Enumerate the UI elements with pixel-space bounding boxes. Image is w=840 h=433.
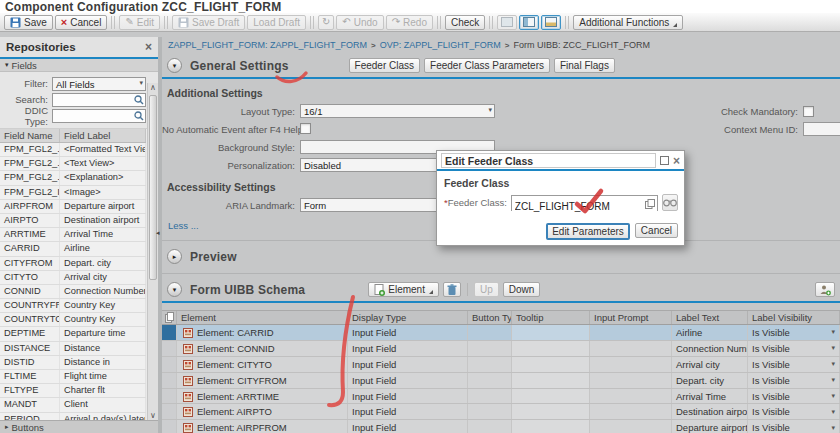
label-visibility-cell[interactable]: Is Visible ▾ [748, 357, 840, 372]
display-type-cell[interactable]: Input Field [348, 341, 468, 356]
repository-field-row[interactable]: DISTID Distance in [0, 356, 146, 370]
label-visibility-cell[interactable]: Is Visible ▾ [748, 404, 840, 419]
additional-functions-button[interactable]: Additional Functions [573, 15, 683, 30]
repository-field-row[interactable]: AIRPFROM Departure airport [0, 200, 146, 214]
close-icon[interactable]: × [145, 40, 152, 54]
schema-row[interactable]: Element: AIRPTO Input Field Destination … [162, 404, 840, 420]
row-selector-cell[interactable] [162, 357, 177, 372]
schema-row[interactable]: Element: AIRPFROM Input Field Departure … [162, 420, 840, 433]
column-header[interactable]: Label Visibility [748, 311, 840, 324]
element-cell[interactable]: Element: AIRPTO [177, 404, 348, 419]
repository-field-row[interactable]: FPM_FGL2_... <Formatted Text View> [0, 143, 146, 157]
move-down-button[interactable]: Down [503, 282, 541, 297]
element-cell[interactable]: Element: CARRID [177, 325, 348, 340]
fields-section-bar[interactable]: ▾ Fields [0, 59, 158, 72]
edit-button[interactable]: ✎ Edit [119, 15, 160, 30]
label-text-cell[interactable]: Airline [672, 325, 748, 340]
scroll-up-icon[interactable]: ∧ [148, 83, 158, 92]
display-type-cell[interactable]: Input Field [348, 357, 468, 372]
tooltip-cell[interactable] [512, 341, 590, 356]
delete-element-button[interactable] [443, 282, 461, 297]
feeder-class-button[interactable]: Feeder Class [349, 58, 420, 73]
dialog-cancel-button[interactable]: Cancel [635, 223, 678, 238]
display-type-cell[interactable]: Input Field [348, 373, 468, 388]
tooltip-cell[interactable] [512, 420, 590, 433]
context-menu-id-select[interactable]: ▾ [803, 122, 840, 136]
column-header[interactable]: Label Text [672, 311, 748, 324]
repository-field-row[interactable]: COUNTRYFR Country Key [0, 299, 146, 313]
button-type-cell[interactable] [468, 404, 512, 419]
save-button[interactable]: Save [4, 15, 53, 30]
label-text-cell[interactable]: Depart. city [672, 373, 748, 388]
scrollbar-thumb[interactable] [149, 95, 157, 280]
no-auto-event-checkbox[interactable] [300, 123, 311, 134]
repository-field-row[interactable]: COUNTRYTO Country Key [0, 313, 146, 327]
button-type-cell[interactable] [468, 325, 512, 340]
maximize-icon[interactable] [660, 156, 669, 165]
button-type-cell[interactable] [468, 357, 512, 372]
display-type-cell[interactable]: Input Field [348, 325, 468, 340]
input-prompt-cell[interactable] [590, 404, 672, 419]
tooltip-cell[interactable] [512, 404, 590, 419]
final-flags-button[interactable]: Final Flags [554, 58, 615, 73]
repository-field-row[interactable]: FPM_FGL2_I... <Image> [0, 186, 146, 200]
button-type-cell[interactable] [468, 341, 512, 356]
button-type-cell[interactable] [468, 373, 512, 388]
display-type-cell[interactable]: Input Field [348, 404, 468, 419]
toggle-left-panel-button[interactable] [519, 15, 539, 30]
repository-field-row[interactable]: CITYTO Arrival city [0, 271, 146, 285]
buttons-section-bar[interactable]: ▸ Buttons [0, 420, 158, 433]
refresh-button[interactable]: ↻ [318, 15, 334, 30]
hierarchy-icon-header[interactable] [162, 311, 177, 324]
label-visibility-cell[interactable]: Is Visible ▾ [748, 420, 840, 433]
element-cell[interactable]: Element: AIRPFROM [177, 420, 348, 433]
breadcrumb-link-2[interactable]: OVP: ZAPPL_FLIGHT_FORM [380, 40, 501, 50]
label-text-cell[interactable]: Connection Number [672, 341, 748, 356]
repository-field-row[interactable]: FPM_FGL2_... <Text View> [0, 157, 146, 171]
repository-field-row[interactable]: AIRPTO Destination airport [0, 214, 146, 228]
move-up-button[interactable]: Up [474, 282, 499, 297]
repository-field-row[interactable]: FLTIME Flight time [0, 370, 146, 384]
element-cell[interactable]: Element: CITYFROM [177, 373, 348, 388]
repository-field-row[interactable]: DEPTIME Departure time [0, 327, 146, 341]
label-visibility-cell[interactable]: Is Visible ▾ [748, 341, 840, 356]
redo-button[interactable]: ↷ Redo [386, 15, 433, 30]
collapse-section-button[interactable]: ▾ [167, 58, 182, 73]
input-prompt-cell[interactable] [590, 373, 672, 388]
label-visibility-cell[interactable]: Is Visible ▾ [748, 373, 840, 388]
row-selector-cell[interactable] [162, 404, 177, 419]
label-text-cell[interactable]: Arrival city [672, 357, 748, 372]
add-element-button[interactable]: Element [368, 282, 439, 297]
element-cell[interactable]: Element: CITYTO [177, 357, 348, 372]
repository-field-row[interactable]: FPM_FGL2_... <Explanation> [0, 171, 146, 185]
tooltip-cell[interactable] [512, 373, 590, 388]
repository-field-row[interactable]: DISTANCE Distance [0, 342, 146, 356]
load-draft-button[interactable]: Load Draft [247, 15, 306, 30]
layout-disabled-button[interactable] [497, 15, 517, 30]
column-header[interactable]: Input Prompt [590, 311, 672, 324]
input-prompt-cell[interactable] [590, 325, 672, 340]
table-personalize-button[interactable] [815, 282, 835, 297]
label-text-cell[interactable]: Arrival Time [672, 389, 748, 404]
cancel-button[interactable]: × Cancel [55, 15, 108, 30]
layout-type-select[interactable]: 16/1 ▾ [300, 104, 495, 118]
collapse-section-button[interactable]: ▾ [167, 282, 182, 297]
repository-field-row[interactable]: CARRID Airline [0, 242, 146, 256]
button-type-cell[interactable] [468, 420, 512, 433]
schema-row[interactable]: Element: CITYFROM Input Field Depart. ci… [162, 373, 840, 389]
row-selector-cell[interactable] [162, 389, 177, 404]
input-prompt-cell[interactable] [590, 420, 672, 433]
row-selector-cell[interactable] [162, 341, 177, 356]
label-text-cell[interactable]: Destination airport [672, 404, 748, 419]
field-label-column-header[interactable]: Field Label [60, 129, 146, 142]
feeder-class-parameters-button[interactable]: Feeder Class Parameters [424, 58, 550, 73]
schema-row[interactable]: Element: CITYTO Input Field Arrival city… [162, 357, 840, 373]
less-link[interactable]: Less ... [168, 220, 199, 231]
check-button[interactable]: Check [445, 15, 485, 30]
column-header[interactable]: Button Ty... [468, 311, 512, 324]
repository-field-row[interactable]: CONNID Connection Number [0, 285, 146, 299]
schema-row[interactable]: Element: CONNID Input Field Connection N… [162, 341, 840, 357]
label-visibility-cell[interactable]: Is Visible ▾ [748, 325, 840, 340]
input-prompt-cell[interactable] [590, 389, 672, 404]
search-input[interactable] [52, 93, 146, 107]
